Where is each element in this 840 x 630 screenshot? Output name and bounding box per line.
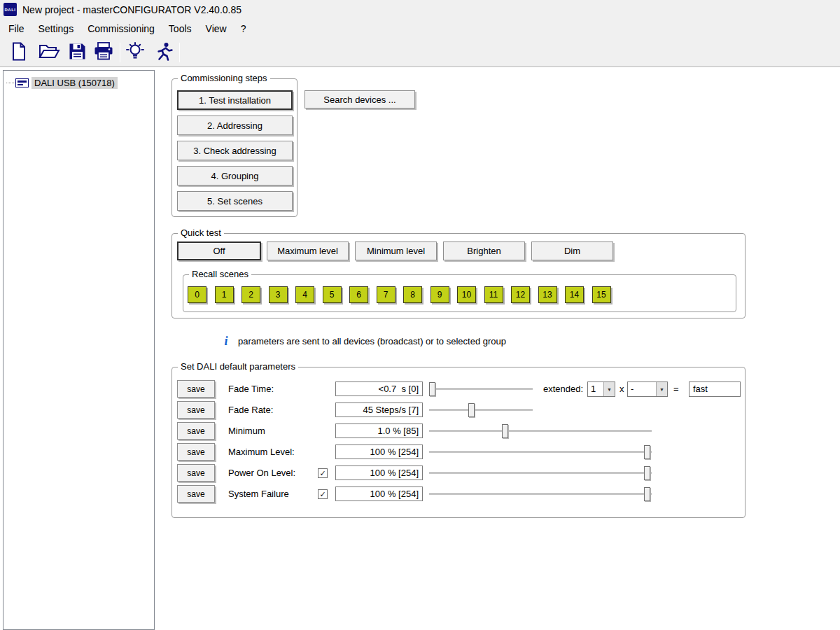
parameters-title: Set DALI default parameters (178, 361, 298, 372)
fade-rate-slider[interactable] (429, 400, 533, 420)
window-title: New project - masterCONFIGURATOR V2.40.0… (22, 4, 241, 15)
extended-times-label: x (620, 384, 624, 394)
extended-multiplier-value: 1 (588, 382, 603, 396)
fade-time-slider[interactable] (429, 379, 533, 399)
broadcast-info: i parameters are sent to all devices (br… (221, 334, 506, 349)
save-maximum-level-button[interactable]: save (177, 443, 215, 461)
scene-2-button[interactable]: 2 (241, 286, 260, 303)
save-fade-time-button[interactable]: save (177, 380, 215, 398)
scene-10-button[interactable]: 10 (457, 286, 476, 303)
addressing-button[interactable]: 2. Addressing (177, 115, 293, 135)
commissioning-steps-title: Commissioning steps (178, 73, 270, 83)
maximum-level-label: Maximum Level: (228, 447, 295, 457)
menu-settings[interactable]: Settings (31, 20, 81, 37)
fade-time-row: save Fade Time: <0.7 s [0] extended: 1 ▼… (172, 379, 745, 399)
grouping-button[interactable]: 4. Grouping (177, 166, 293, 186)
scene-4-button[interactable]: 4 (295, 286, 314, 303)
power-on-level-value-field[interactable]: 100 % [254] (335, 465, 423, 480)
power-on-level-row: save Power On Level: ✓ 100 % [254] (172, 463, 745, 483)
search-devices-button[interactable]: Search devices ... (304, 90, 415, 108)
running-man-icon (155, 42, 173, 64)
save-power-on-level-button[interactable]: save (177, 464, 215, 482)
save-project-button[interactable] (64, 41, 90, 64)
scene-0-button[interactable]: 0 (188, 286, 206, 303)
scene-13-button[interactable]: 13 (538, 286, 557, 303)
extended-equals-label: = (673, 384, 679, 394)
titlebar: DALI New project - masterCONFIGURATOR V2… (0, 0, 840, 19)
slider-track (429, 388, 533, 391)
dali-usb-device-icon (15, 78, 29, 88)
slider-thumb[interactable] (644, 487, 650, 501)
scene-14-button[interactable]: 14 (565, 286, 584, 303)
menu-file[interactable]: File (1, 20, 31, 37)
scene-11-button[interactable]: 11 (484, 286, 503, 303)
print-button[interactable] (91, 41, 116, 64)
dali-default-parameters-group: Set DALI default parameters save Fade Ti… (172, 367, 746, 518)
slider-track (429, 451, 652, 454)
fade-rate-value-field[interactable]: 45 Steps/s [7] (335, 402, 423, 417)
new-document-button[interactable] (6, 41, 31, 64)
slider-thumb[interactable] (644, 466, 650, 480)
scene-1-button[interactable]: 1 (215, 286, 234, 303)
scene-8-button[interactable]: 8 (403, 286, 422, 303)
minimum-label: Minimum (228, 426, 265, 436)
system-failure-checkbox[interactable]: ✓ (318, 489, 328, 499)
save-minimum-button[interactable]: save (177, 422, 215, 440)
extended-unit-value: - (628, 382, 656, 396)
scene-6-button[interactable]: 6 (349, 286, 368, 303)
toolbar-separator (120, 43, 120, 62)
scene-3-button[interactable]: 3 (269, 286, 288, 303)
menu-view[interactable]: View (199, 20, 234, 37)
chevron-down-icon[interactable]: ▼ (603, 382, 615, 396)
check-addressing-button[interactable]: 3. Check addressing (177, 141, 293, 160)
open-project-button[interactable] (36, 41, 62, 64)
slider-track (429, 430, 652, 433)
power-on-level-checkbox[interactable]: ✓ (318, 468, 328, 478)
system-failure-slider[interactable] (429, 484, 652, 504)
minimum-value-field[interactable]: 1.0 % [85] (335, 424, 423, 438)
extended-unit-select[interactable]: - ▼ (627, 382, 668, 397)
chevron-down-icon[interactable]: ▼ (656, 382, 667, 396)
device-tree-panel[interactable]: DALI USB (150718) (3, 70, 155, 630)
minimum-level-button[interactable]: Minimum level (355, 241, 437, 260)
scene-9-button[interactable]: 9 (430, 286, 449, 303)
fade-time-value-field[interactable]: <0.7 s [0] (335, 382, 423, 396)
off-button[interactable]: Off (177, 241, 261, 260)
save-system-failure-button[interactable]: save (177, 485, 215, 503)
scene-5-button[interactable]: 5 (323, 286, 342, 303)
test-installation-button[interactable]: 1. Test installation (177, 90, 293, 110)
exit-button[interactable] (151, 41, 176, 64)
scene-7-button[interactable]: 7 (377, 286, 396, 303)
tree-item-dali-usb[interactable]: DALI USB (150718) (6, 77, 154, 89)
extended-multiplier-select[interactable]: 1 ▼ (587, 382, 615, 397)
maximum-level-slider[interactable] (429, 442, 652, 462)
fade-time-label: Fade Time: (228, 384, 274, 394)
recall-scenes-title: Recall scenes (189, 269, 251, 279)
save-fade-rate-button[interactable]: save (177, 401, 215, 419)
minimum-slider[interactable] (429, 421, 652, 441)
brighten-button[interactable]: Brighten (443, 241, 525, 260)
dim-button[interactable]: Dim (531, 241, 613, 260)
system-failure-value-field[interactable]: 100 % [254] (335, 486, 423, 501)
lamp-test-button[interactable] (122, 41, 148, 64)
fade-rate-label: Fade Rate: (228, 405, 273, 415)
scene-15-button[interactable]: 15 (592, 286, 611, 303)
scene-12-button[interactable]: 12 (511, 286, 530, 303)
menu-commissioning[interactable]: Commissioning (80, 20, 162, 37)
tree-item-label: DALI USB (150718) (31, 77, 118, 89)
maximum-level-value-field[interactable]: 100 % [254] (335, 444, 423, 459)
extended-result-field[interactable]: fast (689, 382, 741, 397)
commissioning-steps-group: Commissioning steps 1. Test installation… (172, 78, 298, 217)
maximum-level-button[interactable]: Maximum level (267, 241, 349, 260)
system-failure-label: System Failure (228, 489, 289, 499)
power-on-level-slider[interactable] (429, 463, 652, 483)
set-scenes-button[interactable]: 5. Set scenes (177, 191, 293, 211)
slider-thumb[interactable] (502, 424, 508, 438)
menu-tools[interactable]: Tools (162, 20, 199, 37)
slider-thumb[interactable] (468, 403, 475, 417)
client-area: DALI USB (150718) Commissioning steps 1.… (0, 67, 840, 630)
toolbar (0, 38, 840, 67)
menu-help[interactable]: ? (234, 20, 253, 37)
slider-thumb[interactable] (429, 382, 435, 396)
slider-thumb[interactable] (644, 445, 650, 459)
